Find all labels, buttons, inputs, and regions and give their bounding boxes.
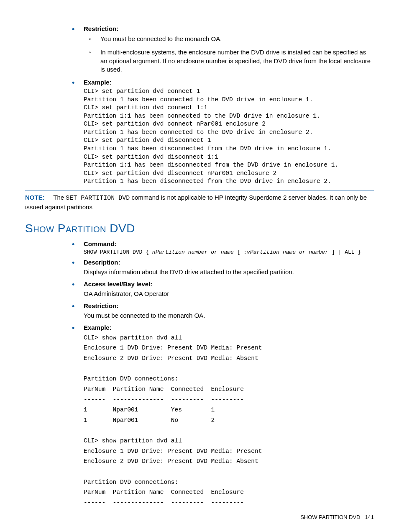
note-text-pre: The <box>53 194 66 201</box>
restriction-text: In multi-enclosure systems, the enclosur… <box>100 49 371 73</box>
cmd-mid: [ : <box>234 249 247 255</box>
restriction-text: You must be connected to the monarch OA. <box>100 35 222 42</box>
page-footer: SHOW PARTITION DVD 141 <box>300 514 374 520</box>
example-code-block-2: CLI> show partition dvd all Enclosure 1 … <box>84 333 374 508</box>
note-rule-top <box>25 190 374 190</box>
access-item: Access level/Bay level: OA Administrator… <box>67 280 374 298</box>
cmd-arg1: nPartition number or name <box>152 249 234 255</box>
restriction-text-2: You must be connected to the monarch OA. <box>84 311 374 320</box>
note-block: NOTE: The SET PARTITION DVD command is n… <box>25 193 374 211</box>
access-text: OA Administrator, OA Operator <box>84 289 374 298</box>
restriction-label-2: Restriction: <box>84 302 118 309</box>
description-label: Description: <box>84 259 120 266</box>
note-label: NOTE: <box>25 194 45 201</box>
restriction-item-2: Restriction: You must be connected to th… <box>67 302 374 320</box>
footer-page-number: 141 <box>365 514 374 520</box>
example-item: Example: CLI> set partition dvd connect … <box>67 79 374 186</box>
restriction-subitem: You must be connected to the monarch OA. <box>84 35 374 43</box>
access-label: Access level/Bay level: <box>84 280 152 288</box>
restriction-label: Restriction: <box>84 25 118 32</box>
command-item: Command: SHOW PARTITION DVD { nPartition… <box>67 240 374 255</box>
footer-title: SHOW PARTITION DVD <box>300 514 360 520</box>
cmd-suffix: ] | ALL } <box>328 249 361 255</box>
description-item: Description: Displays information about … <box>67 259 374 276</box>
example-label: Example: <box>84 79 112 86</box>
note-rule-bottom <box>25 215 374 215</box>
cmd-prefix: SHOW PARTITION DVD { <box>84 249 152 255</box>
description-text: Displays information about the DVD drive… <box>84 267 374 276</box>
restriction-item: Restriction: You must be connected to th… <box>67 25 374 74</box>
section-heading: Show Partition DVD <box>25 222 374 235</box>
example-label-2: Example: <box>84 324 112 331</box>
cmd-arg2: vPartition name or number <box>247 249 328 255</box>
page: Restriction: You must be connected to th… <box>0 0 399 532</box>
example-item-2: Example: CLI> show partition dvd all Enc… <box>67 324 374 508</box>
example-code-block: CLI> set partition dvd connect 1 Partiti… <box>84 87 374 186</box>
top-bullet-list: Restriction: You must be connected to th… <box>67 25 374 186</box>
command-label: Command: <box>84 240 116 247</box>
section-bullet-list: Command: SHOW PARTITION DVD { nPartition… <box>67 240 374 508</box>
restriction-subitem: In multi-enclosure systems, the enclosur… <box>84 48 374 74</box>
command-syntax: SHOW PARTITION DVD { nPartition number o… <box>84 249 374 255</box>
note-code: SET PARTITION DVD <box>66 195 130 202</box>
restriction-sublist: You must be connected to the monarch OA.… <box>84 35 374 74</box>
